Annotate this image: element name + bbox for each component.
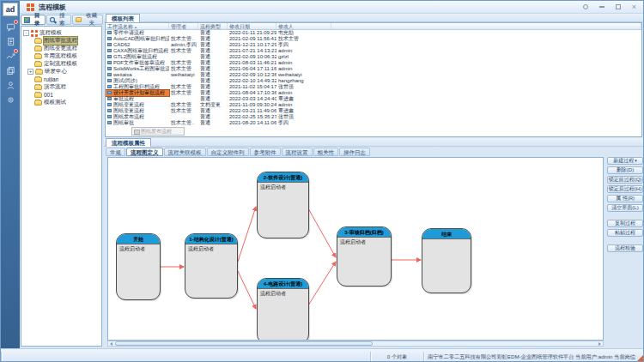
cell-workflow-name: 图纸审批 [106,120,169,126]
gear-icon[interactable] [1,93,20,107]
cell-type: 普通 [198,90,228,96]
close-button[interactable]: × [629,3,639,12]
flowchart-canvas[interactable]: 开始流程启动者1-结构化设计(普通)流程启动者2-软件设计(普通)流程启动者4-… [107,157,604,341]
column-header-filler [331,23,641,29]
folder-icon [34,46,42,51]
scrollbar-thumb[interactable] [115,341,373,346]
cell-manager: admin,李四 [169,42,198,48]
tree-item-0[interactable]: 图纸审批流程 [23,37,100,45]
copy-icon[interactable] [1,63,20,78]
tree-item-6[interactable]: 演示流程 [23,83,100,91]
action-button-0-2[interactable]: 锁定前过程(Q) [607,176,643,184]
action-button-2-0[interactable]: 流程校验 [607,244,643,252]
activity-icon[interactable] [1,49,20,63]
cell-date: 2021-08-04 17:10:36 [228,90,276,96]
flow-node-step3[interactable]: 3-审核归档(归档)流程启动者 [337,226,392,287]
props-tab-7[interactable]: 操作日志 [339,148,370,156]
table-row[interactable]: CAXA图纸审批归档流程技术主管普通2021-07-21 14:13:21adm… [106,48,641,54]
sidebar-tab-2[interactable]: 收藏夹 [72,15,103,25]
sidebar: 目录搜索收藏夹 - 流程模板 图纸审批流程图纸变更流程常用流程模板定制流程模板+… [21,15,103,347]
tree-item-5[interactable]: ruijian [23,75,100,83]
props-tab-3[interactable]: 自定义附件列 [207,148,249,156]
scroll-left-arrow[interactable] [108,341,114,347]
action-button-1-0[interactable]: 复制过程 [607,220,643,227]
table-row[interactable]: 审批流程普通2022-03-03 14:24:40覃进鑫 [106,96,641,102]
maximize-button[interactable] [613,3,623,12]
column-header-4[interactable]: 修改人 [276,23,331,29]
cell-filler [331,42,641,48]
flow-node-step1[interactable]: 1-结构化设计(普通)流程启动者 [185,233,238,299]
collapse-icon[interactable]: - [23,30,29,36]
user-avatar[interactable]: ad [3,3,18,16]
sidebar-tab-0[interactable]: 目录 [21,15,46,25]
column-header-0[interactable]: 工作流名称▲ [106,23,169,29]
props-tab-5[interactable]: 流程设置 [282,148,313,156]
document-icon[interactable] [1,34,20,49]
cell-type: 普通 [198,78,228,84]
table-row[interactable]: CAD62admin,李四普通2021-12-21 10:17:29李四 [106,42,641,48]
cell-date: 2021-02-09 11:56:41 [228,36,276,42]
window-title: 流程模板 [39,3,66,12]
tree-item-3[interactable]: 定制流程模板 [23,60,100,68]
table-row[interactable]: 工程图审批归档流程技术主管普通2021-11-02 15:04:17张世强 [106,84,641,90]
table-row[interactable]: GTL2图纸审批流程普通2022-02-09 10:06:32gzlzl [106,54,641,60]
props-tab-6[interactable]: 相关性 [313,148,339,156]
sidebar-tab-1[interactable]: 搜索 [46,15,70,25]
table-row[interactable]: 图纸变更流程技术主管文档变更2021-11-09 09:30:24admin [106,102,641,108]
flow-node-end[interactable]: 结束 [422,228,471,293]
flow-node-step4[interactable]: 4-电路设计(普通)流程启动者 [257,278,309,341]
props-tab-0[interactable]: 常规 [106,148,125,156]
chat-icon[interactable] [1,20,20,34]
horizontal-scrollbar[interactable] [107,341,604,347]
props-tab-1[interactable]: 流程图定义 [126,148,163,156]
table-row[interactable]: PDF文件审批签章流程技术主管普通2021-08-03 11:46:21admi… [106,60,641,66]
favorites-icon [76,17,82,22]
table-row[interactable]: 设计开发计划审批流程技术主管普通2021-08-04 17:10:36admin [106,90,641,96]
tree-item-4[interactable]: +研发中心 [23,68,100,75]
flow-node-step2[interactable]: 2-软件设计(普通)流程启动者 [257,172,309,238]
flow-node-start[interactable]: 开始流程启动者 [116,233,161,300]
cell-workflow-name: 审批流程 [106,96,169,102]
resize-grip-icon[interactable] [636,355,643,362]
table-row[interactable]: AutoCAD图纸审批归档流程技术主管..普通2021-02-09 11:56:… [106,36,641,42]
tree-item-7[interactable]: 001 [23,91,100,99]
workflow-icon [107,67,112,70]
cell-workflow-name: 测试(同步) [106,78,169,84]
list-panel-header: 模板列表 [106,14,140,22]
props-tab-2[interactable]: 流程关联模板 [164,148,206,156]
cell-workflow-name: 零件申请流程 [106,30,169,36]
column-header-3[interactable]: 修改日期 [228,23,276,29]
tree-item-2[interactable]: 常用流程模板 [23,52,100,60]
cell-manager: 技术主管.. [169,120,198,126]
tree-item-8[interactable]: 模板测试 [23,99,100,106]
cell-workflow-name: AutoCAD图纸审批归档流程 [106,36,169,42]
column-header-2[interactable]: 流程类型 [198,23,228,29]
minimize-button[interactable] [597,3,606,12]
action-button-0-5[interactable]: 清空界面(L) [607,204,643,212]
tree-root-item[interactable]: - 流程模板 [23,29,100,37]
action-button-0-1[interactable]: 删除(D) [607,166,643,174]
contacts-icon[interactable] [1,78,20,93]
props-tab-4[interactable]: 参考附件 [250,148,281,156]
tree-item-1[interactable]: 图纸变更流程 [23,45,100,52]
maximize-icon [616,4,621,9]
cell-filler [331,36,641,42]
table-row[interactable]: 图纸审批技术主管..普通2021-08-20 14:11:06李四 [106,120,641,126]
workflow-icon [107,79,112,82]
table-row[interactable]: weitaixaweihaitaiyi普通2022-02-09 10:12:36… [106,72,641,78]
table-row[interactable]: SolidWorks工程图审批流程技术主管普通2021-06-04 17:11:… [106,66,641,72]
expand-icon[interactable]: + [27,69,33,75]
table-row[interactable]: 图纸发布流程普通2022-02-25 15:35:27张世强 [106,114,641,120]
action-button-0-4[interactable]: 属 性(R) [607,195,643,202]
cell-manager: 技术主管 [169,102,198,108]
cell-filler [331,54,641,60]
table-row[interactable]: 测试(同步)普通2022-02-10 14:49:32hangzhang [106,78,641,84]
action-button-1-1[interactable]: 粘贴过程 [607,229,643,237]
settings-button[interactable] [580,3,590,12]
table-row[interactable]: 零件申请流程普通2022-01-11 21:09:29韦光励 [106,30,641,36]
table-row[interactable]: 图纸变更流程技术主管普通2022-03-21 11:49:06覃进鑫 [106,108,641,114]
column-header-1[interactable]: 管理者 [169,23,198,29]
scroll-right-arrow[interactable] [597,341,603,347]
action-button-0-0[interactable]: 新建过程▾ [607,157,643,165]
action-button-0-3[interactable]: 锁定后过程(H) [607,185,643,193]
